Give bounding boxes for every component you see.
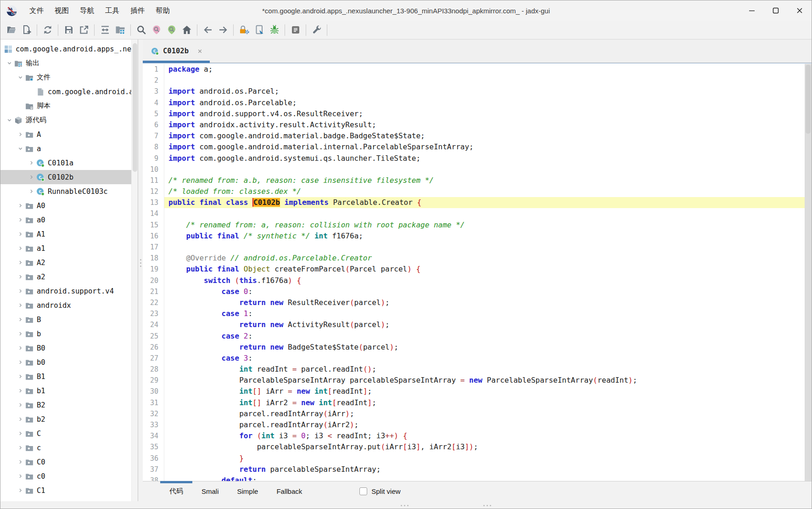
chevron-down-icon[interactable]: [4, 116, 14, 124]
tree-item-output[interactable]: 输出: [0, 56, 131, 70]
code-view[interactable]: 1package a;23import android.os.Parcel;4i…: [143, 63, 812, 481]
chevron-right-icon[interactable]: [15, 301, 25, 310]
chevron-down-icon[interactable]: [15, 74, 25, 82]
chevron-right-icon[interactable]: [26, 173, 36, 181]
chevron-right-icon[interactable]: [15, 330, 25, 338]
chevron-right-icon[interactable]: [15, 472, 25, 481]
tree-item-pkg-B0[interactable]: B0: [0, 341, 131, 355]
tree-item-pkg-A1[interactable]: A1: [0, 227, 131, 241]
tree-item-pkg-c[interactable]: c: [0, 441, 131, 455]
comment-search-button[interactable]: [149, 23, 164, 37]
split-view-checkbox[interactable]: [359, 487, 367, 495]
editor-scrollbar[interactable]: [805, 64, 812, 481]
chevron-right-icon[interactable]: [15, 486, 25, 495]
tree-item-pkg-B1[interactable]: B1: [0, 369, 131, 384]
mode-tab-smali[interactable]: Smali: [192, 481, 228, 501]
tree-item-files[interactable]: 文件: [0, 70, 131, 85]
tree-item-pkg-android-support-v4[interactable]: android.support.v4: [0, 284, 131, 298]
tree-item-pkg-A0[interactable]: A0: [0, 198, 131, 213]
tree-item-scripts[interactable]: 脚本: [0, 99, 131, 113]
chevron-right-icon[interactable]: [26, 159, 36, 167]
tree-item-pkg-c0[interactable]: c0: [0, 469, 131, 483]
chevron-right-icon[interactable]: [15, 230, 25, 238]
packages-button[interactable]: [112, 23, 128, 37]
mode-tab-simple[interactable]: Simple: [228, 481, 268, 501]
log-viewer-button[interactable]: [288, 23, 303, 37]
chevron-right-icon[interactable]: [15, 130, 25, 139]
chevron-right-icon[interactable]: [15, 358, 25, 367]
menu-plugins[interactable]: 插件: [125, 3, 150, 19]
chevron-right-icon[interactable]: [15, 259, 25, 267]
preferences-button[interactable]: [309, 23, 324, 37]
forward-button[interactable]: [215, 23, 230, 37]
tree-item-class-RunnableC0103c[interactable]: cRunnableC0103c: [0, 184, 131, 198]
chevron-down-icon[interactable]: [4, 59, 14, 68]
chevron-right-icon[interactable]: [15, 216, 25, 224]
chevron-right-icon[interactable]: [15, 415, 25, 424]
menu-view[interactable]: 视图: [49, 3, 74, 19]
tree-item-pkg-C0[interactable]: C0: [0, 455, 131, 469]
tree-item-class-C0101a[interactable]: cC0101a: [0, 156, 131, 170]
maximize-button[interactable]: [764, 0, 788, 21]
flat-packages-button[interactable]: [97, 23, 112, 37]
add-files-button[interactable]: [19, 23, 34, 37]
tree-item-apk-file[interactable]: com.google.android.apps_.nexuslauncher_1…: [0, 85, 131, 99]
tree-item-pkg-a1[interactable]: a1: [0, 241, 131, 255]
tab-close-icon[interactable]: [196, 48, 203, 55]
mode-tab-code[interactable]: 代码: [160, 481, 192, 501]
tree-item-pkg-androidx[interactable]: androidx: [0, 298, 131, 312]
menu-tools[interactable]: 工具: [100, 3, 125, 19]
tree-item-pkg-b2[interactable]: b2: [0, 412, 131, 426]
tree-item-class-C0102b[interactable]: cC0102b: [0, 170, 131, 184]
back-button[interactable]: [200, 23, 215, 37]
editor-scrollbar-thumb[interactable]: [806, 65, 811, 134]
chevron-right-icon[interactable]: [15, 202, 25, 210]
text-search-button[interactable]: [134, 23, 149, 37]
chevron-right-icon[interactable]: [15, 287, 25, 295]
chevron-right-icon[interactable]: [15, 401, 25, 409]
mode-tab-fallback[interactable]: Fallback: [267, 481, 311, 501]
chevron-right-icon[interactable]: [15, 316, 25, 324]
quark-button[interactable]: [252, 23, 267, 37]
tree-item-source-code[interactable]: 源代码: [0, 113, 131, 127]
tree-item-pkg-A[interactable]: A: [0, 127, 131, 141]
open-file-button[interactable]: [4, 23, 19, 37]
tree-scrollbar[interactable]: [131, 40, 138, 501]
tree-item-pkg-B2[interactable]: B2: [0, 398, 131, 412]
tree-item-pkg-b0[interactable]: b0: [0, 355, 131, 369]
splitter-handle[interactable]: [138, 40, 143, 501]
menu-file[interactable]: 文件: [24, 3, 49, 19]
tree-item-pkg-C[interactable]: C: [0, 426, 131, 441]
tree-item-pkg-b[interactable]: b: [0, 327, 131, 341]
tab-C0102b[interactable]: c C0102b: [143, 40, 210, 62]
tree-item-pkg-C1[interactable]: C1: [0, 483, 131, 498]
tree-item-pkg-a[interactable]: a: [0, 141, 131, 156]
reload-button[interactable]: [40, 23, 55, 37]
class-search-button[interactable]: [164, 23, 179, 37]
chevron-right-icon[interactable]: [15, 344, 25, 352]
tree-scrollbar-thumb[interactable]: [133, 43, 137, 172]
chevron-right-icon[interactable]: [15, 373, 25, 381]
chevron-right-icon[interactable]: [15, 244, 25, 253]
chevron-right-icon[interactable]: [15, 273, 25, 281]
chevron-down-icon[interactable]: [15, 145, 25, 153]
deobfuscation-button[interactable]: [236, 23, 252, 37]
menu-navigation[interactable]: 导航: [74, 3, 100, 19]
export-button[interactable]: [76, 23, 91, 37]
chevron-right-icon[interactable]: [26, 187, 36, 196]
minimize-button[interactable]: [740, 0, 764, 21]
save-all-button[interactable]: [61, 23, 76, 37]
chevron-right-icon[interactable]: [15, 430, 25, 438]
menu-help[interactable]: 帮助: [150, 3, 175, 19]
tree-item-pkg-B[interactable]: B: [0, 312, 131, 327]
tree-item-pkg-b1[interactable]: b1: [0, 384, 131, 398]
tree-item-root-apk[interactable]: com.google.android.apps_.nexuslauncher_1…: [0, 42, 131, 56]
chevron-right-icon[interactable]: [15, 387, 25, 395]
main-activity-button[interactable]: [179, 23, 194, 37]
chevron-right-icon[interactable]: [15, 444, 25, 452]
debugger-button[interactable]: [267, 23, 282, 37]
tree-item-pkg-a0[interactable]: a0: [0, 213, 131, 227]
tree-item-pkg-A2[interactable]: A2: [0, 255, 131, 270]
tree-item-pkg-a2[interactable]: a2: [0, 270, 131, 284]
close-button[interactable]: [788, 0, 812, 21]
